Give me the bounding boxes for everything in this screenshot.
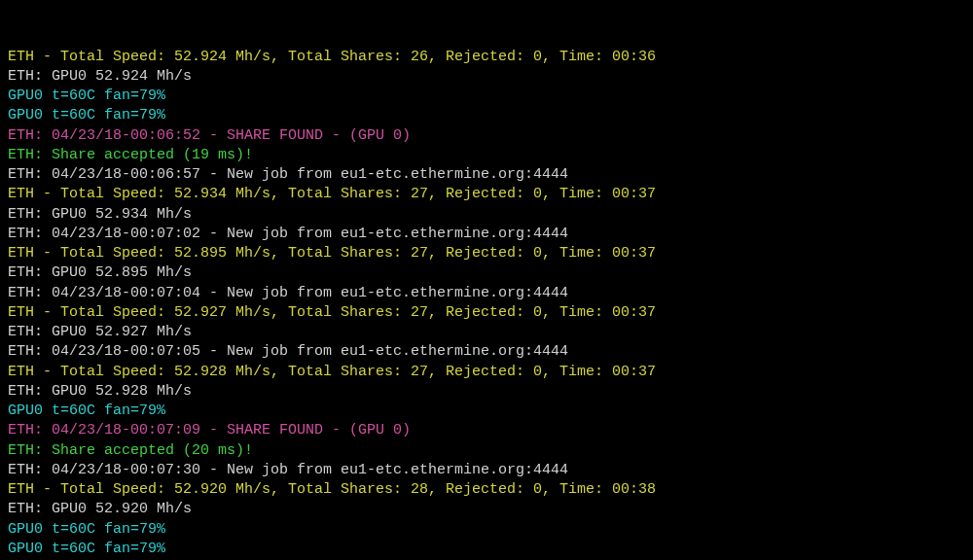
log-line: GPU0 t=60C fan=79% <box>8 520 965 540</box>
log-line: ETH - Total Speed: 52.928 Mh/s, Total Sh… <box>8 363 965 382</box>
log-line: ETH: GPU0 52.928 Mh/s <box>8 382 965 402</box>
log-line: ETH - Total Speed: 52.927 Mh/s, Total Sh… <box>8 303 965 323</box>
log-line: ETH: 04/23/18-00:06:52 - SHARE FOUND - (… <box>8 126 965 146</box>
log-line: ETH: Share accepted (19 ms)! <box>8 146 965 165</box>
log-lines: ETH - Total Speed: 52.924 Mh/s, Total Sh… <box>8 48 965 561</box>
log-line: ETH: GPU0 52.920 Mh/s <box>8 500 965 519</box>
log-line: ETH: GPU0 52.927 Mh/s <box>8 323 965 342</box>
log-line: ETH: GPU0 52.895 Mh/s <box>8 263 965 283</box>
log-line: ETH: 04/23/18-00:07:04 - New job from eu… <box>8 284 965 303</box>
log-line: GPU0 t=60C fan=79% <box>8 106 965 125</box>
log-line: GPU0 t=60C fan=79% <box>8 402 965 421</box>
log-line: ETH - Total Speed: 52.934 Mh/s, Total Sh… <box>8 185 965 204</box>
log-line: ETH: 04/23/18-00:07:09 - SHARE FOUND - (… <box>8 421 965 440</box>
log-line: ETH: 04/23/18-00:07:02 - New job from eu… <box>8 225 965 244</box>
terminal-output: ETH - Total Speed: 52.924 Mh/s, Total Sh… <box>8 8 965 560</box>
log-line: ETH: Share accepted (20 ms)! <box>8 441 965 461</box>
log-line: ETH - Total Speed: 52.924 Mh/s, Total Sh… <box>8 48 965 67</box>
log-line: ETH: GPU0 52.934 Mh/s <box>8 205 965 225</box>
log-line: GPU0 t=60C fan=79% <box>8 540 965 559</box>
log-line: ETH: GPU0 52.924 Mh/s <box>8 67 965 87</box>
log-line: GPU0 t=60C fan=79% <box>8 87 965 106</box>
log-line: ETH - Total Speed: 52.920 Mh/s, Total Sh… <box>8 480 965 500</box>
log-line: ETH: 04/23/18-00:06:57 - New job from eu… <box>8 165 965 185</box>
log-line: ETH - Total Speed: 52.895 Mh/s, Total Sh… <box>8 244 965 263</box>
log-line: ETH: 04/23/18-00:07:05 - New job from eu… <box>8 342 965 362</box>
log-line: ETH: 04/23/18-00:07:30 - New job from eu… <box>8 461 965 480</box>
